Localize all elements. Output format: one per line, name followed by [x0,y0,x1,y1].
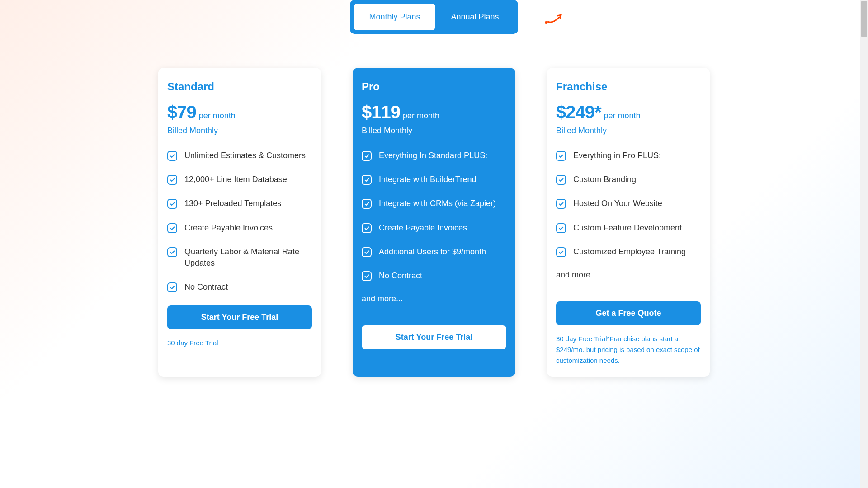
plan-title: Pro [362,80,506,93]
get-quote-button-franchise[interactable]: Get a Free Quote [556,301,701,325]
billing-cycle: Billed Monthly [362,126,506,136]
plan-price: $119 [362,102,400,122]
feature-text: Customized Employee Training [573,246,686,258]
monthly-plans-toggle[interactable]: Monthly Plans [354,4,435,30]
check-icon [167,282,177,292]
feature-item: Create Payable Invoices [362,222,506,234]
feature-list: Everything in Pro PLUS: Custom Branding … [556,150,701,258]
check-icon [556,175,566,185]
check-icon [362,271,372,281]
check-icon [167,175,177,185]
check-icon [362,175,372,185]
check-icon [167,151,177,161]
feature-item: Custom Branding [556,174,701,185]
arrow-icon [544,11,566,27]
feature-text: Unlimited Estimates & Customers [184,150,306,161]
plan-card-standard: Standard $79 per month Billed Monthly Un… [158,68,321,377]
feature-item: Additional Users for $9/month [362,246,506,258]
discount-badge: Off [558,0,573,2]
svg-point-0 [545,21,547,24]
start-trial-button-pro[interactable]: Start Your Free Trial [362,325,506,349]
scrollbar-thumb[interactable] [861,1,867,37]
plan-period: per month [403,111,439,121]
feature-item: 12,000+ Line Item Database [167,174,312,185]
check-icon [167,223,177,233]
feature-text: Everything in Pro PLUS: [573,150,661,161]
plan-period: per month [199,111,236,121]
feature-text: Integrate with CRMs (via Zapier) [379,198,496,209]
feature-item: Hosted On Your Website [556,198,701,209]
trial-note: 30 day Free Trial [167,338,312,348]
feature-item: Everything In Standard PLUS: [362,150,506,161]
start-trial-button-standard[interactable]: Start Your Free Trial [167,305,312,329]
feature-text: Additional Users for $9/month [379,246,486,258]
plan-card-franchise: Franchise $249* per month Billed Monthly… [547,68,710,377]
plan-title: Franchise [556,80,701,93]
feature-item: Quarterly Labor & Material Rate Updates [167,246,312,269]
plan-price: $249* [556,102,601,122]
feature-text: No Contract [379,270,422,282]
check-icon [362,247,372,257]
feature-item: Everything in Pro PLUS: [556,150,701,161]
feature-text: 130+ Preloaded Templates [184,198,281,209]
billing-cycle: Billed Monthly [167,126,312,136]
check-icon [556,151,566,161]
feature-text: Create Payable Invoices [184,222,273,234]
and-more-text: and more... [556,270,701,280]
billing-toggle: Monthly Plans Annual Plans [350,0,518,34]
annual-plans-toggle[interactable]: Annual Plans [435,4,514,30]
plan-price: $79 [167,102,196,122]
feature-text: Create Payable Invoices [379,222,467,234]
feature-item: Custom Feature Development [556,222,701,234]
plan-title: Standard [167,80,312,93]
check-icon [362,223,372,233]
feature-text: Custom Feature Development [573,222,682,234]
check-icon [362,199,372,209]
feature-item: 130+ Preloaded Templates [167,198,312,209]
feature-text: Everything In Standard PLUS: [379,150,487,161]
plan-period: per month [604,111,641,121]
check-icon [556,223,566,233]
billing-cycle: Billed Monthly [556,126,701,136]
feature-item: No Contract [167,282,312,293]
feature-text: Custom Branding [573,174,636,185]
trial-note: 30 day Free Trial*Franchise plans start … [556,333,701,366]
check-icon [362,151,372,161]
check-icon [556,199,566,209]
feature-list: Unlimited Estimates & Customers 12,000+ … [167,150,312,293]
feature-text: 12,000+ Line Item Database [184,174,287,185]
feature-item: Unlimited Estimates & Customers [167,150,312,161]
check-icon [167,199,177,209]
feature-item: No Contract [362,270,506,282]
scrollbar[interactable]: ▲ [860,0,868,488]
check-icon [556,247,566,257]
feature-item: Create Payable Invoices [167,222,312,234]
plan-card-pro: Pro $119 per month Billed Monthly Everyt… [353,68,515,377]
check-icon [167,247,177,257]
feature-text: Integrate with BuilderTrend [379,174,476,185]
feature-item: Integrate with BuilderTrend [362,174,506,185]
feature-text: No Contract [184,282,228,293]
feature-item: Customized Employee Training [556,246,701,258]
feature-item: Integrate with CRMs (via Zapier) [362,198,506,209]
feature-text: Quarterly Labor & Material Rate Updates [184,246,312,269]
feature-text: Hosted On Your Website [573,198,662,209]
and-more-text: and more... [362,294,506,304]
feature-list: Everything In Standard PLUS: Integrate w… [362,150,506,282]
